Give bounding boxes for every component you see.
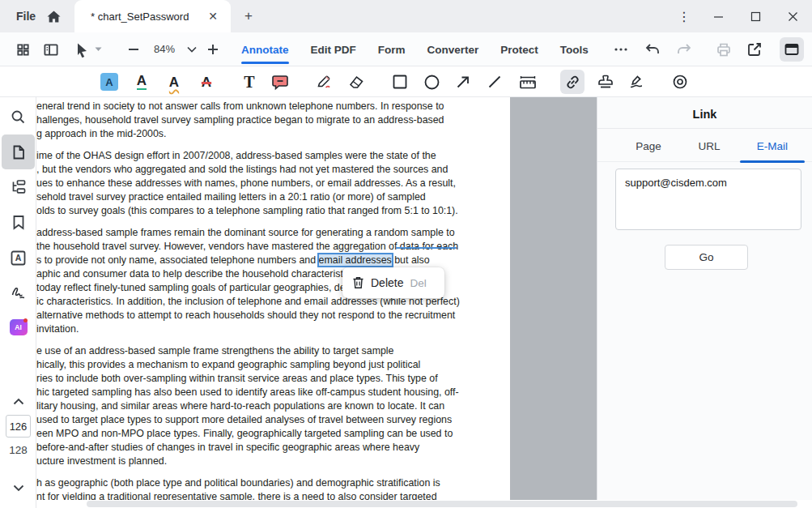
line-tool[interactable] [483, 70, 507, 94]
eraser-icon [348, 75, 365, 90]
viewer-background [510, 97, 597, 500]
zoom-out-icon[interactable] [121, 37, 146, 62]
search-icon [11, 109, 26, 125]
text-tool-icon: T [244, 74, 254, 90]
total-page-label: 128 [0, 444, 36, 456]
email-address-input[interactable]: support@cisdem.com [615, 169, 801, 230]
link-tab-page[interactable]: Page [627, 140, 670, 152]
comment-tool[interactable] [268, 70, 292, 94]
sidebar-ai-button[interactable]: AI [2, 311, 35, 344]
go-button[interactable]: Go [665, 245, 748, 270]
export-icon[interactable] [742, 37, 767, 62]
signature-tool[interactable] [625, 70, 649, 94]
pdf-text-line: sehold travel survey practice entailed m… [36, 190, 510, 204]
panel-toggle-icon[interactable] [780, 37, 804, 62]
sidebar-signature-button[interactable] [2, 276, 35, 309]
tab-form[interactable]: Form [378, 32, 406, 66]
trash-icon [352, 276, 364, 289]
minimize-button[interactable] [706, 5, 730, 28]
horizontal-scrollbar-thumb[interactable] [87, 501, 797, 507]
highlight-tool[interactable]: A [97, 70, 121, 94]
ellipse-tool[interactable] [419, 70, 444, 94]
eraser-tool[interactable] [344, 70, 368, 94]
context-menu: Delete Del [342, 267, 444, 298]
pdf-text-line: invitation. [36, 322, 510, 336]
print-icon[interactable] [712, 37, 736, 62]
document-viewport[interactable]: eneral trend in society to not answer ca… [36, 97, 597, 500]
home-button[interactable] [42, 6, 65, 27]
zoom-level[interactable]: 84% [147, 43, 181, 55]
arrow-icon [456, 75, 470, 89]
new-tab-button[interactable]: + [239, 6, 258, 26]
document-tab[interactable]: * chart_SetPassword ✕ [74, 0, 231, 32]
link-tab-url[interactable]: URL [691, 140, 728, 152]
grid-view-icon[interactable] [11, 37, 35, 62]
thumbnails-icon [11, 144, 26, 160]
more-icon[interactable] [609, 37, 633, 62]
arrow-tool[interactable] [451, 70, 475, 94]
sidebar-thumbnails-button[interactable] [2, 134, 35, 169]
split-view-icon[interactable] [39, 37, 63, 62]
page-up-button[interactable] [2, 385, 35, 417]
link-tool[interactable] [560, 70, 585, 94]
pencil-tool[interactable] [312, 70, 336, 94]
signature-icon [628, 74, 646, 90]
page-down-button[interactable] [2, 472, 35, 504]
tab-annotate[interactable]: Annotate [241, 32, 289, 66]
bookmark-icon [12, 215, 25, 230]
window-close-button[interactable] [780, 5, 805, 28]
line-icon [487, 75, 502, 89]
redo-icon[interactable] [672, 37, 696, 62]
sidebar-annotations-button[interactable]: A [2, 241, 35, 274]
ellipse-icon [424, 75, 440, 90]
link-tab-email[interactable]: E-Mail [750, 140, 795, 152]
annotations-icon: A [11, 250, 26, 266]
home-icon [46, 10, 62, 23]
highlight-icon: A [100, 73, 118, 91]
horizontal-scrollbar-track[interactable] [36, 500, 812, 508]
stamp-tool[interactable] [593, 70, 618, 94]
delete-menu-item[interactable]: Delete [371, 276, 403, 289]
title-bar: File * chart_SetPassword ✕ + ⋮ [0, 0, 812, 32]
measure-tool[interactable] [516, 70, 540, 94]
tab-edit-pdf[interactable]: Edit PDF [311, 32, 356, 66]
pdf-text-line: s to provide not only name, associated t… [36, 254, 510, 267]
svg-text:A: A [15, 253, 22, 263]
pdf-text-line: h as geographic (both place type and pol… [36, 476, 510, 490]
text-tool[interactable]: T [237, 70, 261, 94]
current-page-input[interactable]: 126 [6, 415, 31, 438]
tab-converter[interactable]: Converter [427, 32, 479, 66]
menu-kebab-icon[interactable]: ⋮ [672, 5, 696, 28]
pdf-text-line: ucture investment is planned. [36, 455, 510, 468]
view-tool[interactable] [668, 70, 692, 94]
pdf-text-line: hic targeted sampling has also been used… [36, 386, 510, 399]
delete-shortcut-label: Del [410, 277, 426, 289]
rectangle-tool[interactable] [388, 70, 412, 94]
selected-link-annotation[interactable]: email addresses [319, 254, 392, 266]
sidebar-outline-button[interactable] [2, 171, 35, 203]
pdf-text-line: address-based sample frames remain the d… [36, 226, 510, 240]
zoom-in-icon[interactable] [201, 37, 225, 62]
cursor-dropdown-icon[interactable] [91, 37, 105, 62]
tab-tools[interactable]: Tools [560, 32, 589, 66]
active-tab-underline [740, 160, 805, 163]
pdf-text-line: g approach in the mid-2000s. [36, 127, 510, 141]
pdf-text-line: alternative methods to attempt to reach … [36, 309, 510, 322]
stamp-icon [597, 74, 614, 90]
undo-icon[interactable] [640, 37, 665, 62]
measure-icon [519, 75, 537, 90]
link-panel-title: Link [597, 108, 812, 121]
maximize-button[interactable] [743, 5, 767, 28]
file-menu[interactable]: File [11, 8, 40, 24]
tab-close-icon[interactable]: ✕ [205, 8, 221, 24]
link-annotation-fragment [396, 247, 457, 249]
strikethrough-tool[interactable]: A [194, 70, 219, 94]
squiggly-tool[interactable]: A [162, 70, 186, 94]
sidebar-search-button[interactable] [2, 100, 35, 133]
signature-panel-icon [10, 285, 27, 300]
sidebar-bookmark-button[interactable] [2, 206, 35, 238]
annotation-toolbar: A A A A T [0, 66, 812, 97]
underline-tool[interactable]: A [130, 70, 154, 94]
tab-protect[interactable]: Protect [500, 32, 538, 66]
main-toolbar: 84% Annotate Edit PDF Form Converter Pro… [0, 32, 812, 66]
